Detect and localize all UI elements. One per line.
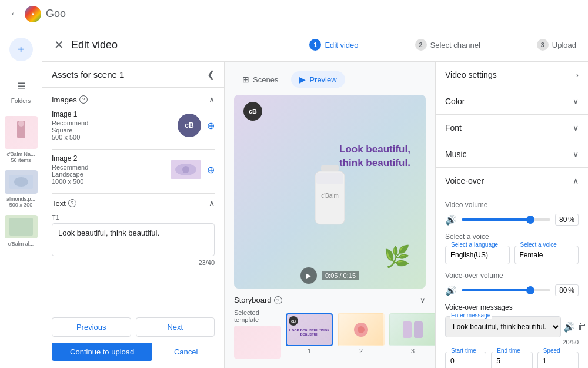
speed-wrap: Speed 1 [537, 352, 579, 368]
preview-label: Preview [309, 75, 336, 84]
image1-zoom-icon[interactable]: ⊕ [207, 120, 215, 131]
video-settings-title: Video settings [445, 70, 497, 79]
music-section-header[interactable]: Music ∨ [436, 141, 588, 167]
add-button[interactable]: + [9, 38, 33, 61]
edit-video-modal: ✕ Edit video 1 Edit video 2 Select chann… [42, 28, 588, 368]
voice-over-label: Voice-over [445, 176, 484, 185]
image2-size: 1000 x 500 [52, 178, 165, 185]
images-section-title: Images ? [52, 95, 88, 104]
font-label: Font [445, 123, 462, 132]
step2-num: 2 [415, 39, 427, 51]
svg-point-13 [358, 326, 365, 333]
modal-body: Assets for scene 1 ❮ Images ? ∧ [42, 62, 588, 368]
video-volume-slider[interactable] [462, 218, 550, 221]
storyboard-frame-3[interactable]: 3 [389, 313, 435, 354]
step1-num: 1 [309, 39, 321, 51]
asset-thumb-image-3 [5, 215, 38, 238]
video-volume-row: 🔊 80 % [445, 214, 579, 226]
asset-thumb-3[interactable]: c'Balm al... [5, 215, 38, 247]
language-select-wrap: Select a language English(US) [445, 246, 510, 264]
image1-name: Image 1 [52, 110, 172, 118]
message-input-wrap: Enter message Look beautiful, think beau… [445, 316, 579, 337]
close-icon[interactable]: ✕ [54, 38, 64, 52]
color-arrow: ∨ [573, 97, 579, 106]
step2-label: Select channel [430, 41, 480, 49]
end-time-input[interactable] [491, 352, 532, 368]
asset-thumb-image-1 [5, 116, 38, 149]
asset-thumb-image-2 [5, 170, 38, 194]
speed-select[interactable]: 1 [537, 352, 579, 368]
modal-header: ✕ Edit video 1 Edit video 2 Select chann… [42, 28, 588, 62]
scenes-tab[interactable]: ⊞ Scenes [234, 71, 286, 88]
storyboard-frame-1[interactable]: cB Look beautiful, think beautiful. 1 [286, 313, 333, 354]
music-arrow: ∨ [573, 150, 579, 159]
next-button[interactable]: Next [136, 317, 215, 337]
preview-tab[interactable]: ▶ Preview [291, 71, 345, 88]
back-arrow-icon[interactable]: ← [9, 8, 20, 20]
text-collapse-icon[interactable]: ∧ [209, 198, 215, 208]
asset-thumb-1[interactable]: c'Balm Na... 56 items [5, 116, 38, 163]
video-volume-label: Video volume [445, 201, 579, 209]
color-section: Color ∨ [436, 88, 588, 115]
voice-over-content: Video volume 🔊 80 % [436, 194, 588, 368]
scene-tabs: ⊞ Scenes ▶ Preview [234, 71, 426, 88]
voice-select[interactable]: Female [514, 246, 579, 264]
storyboard-label: Storyboard [234, 296, 272, 304]
panel-back-icon[interactable]: ❮ [207, 69, 215, 80]
scenes-icon: ⊞ [242, 75, 249, 84]
asset-library-sidebar: + ☰ Folders c'Balm Na... 56 items [0, 28, 42, 368]
message-audio-icon[interactable]: 🔊 [563, 321, 575, 333]
language-select[interactable]: English(US) [445, 246, 510, 264]
text-info-icon[interactable]: ? [68, 199, 76, 207]
image-item-2: Image 2 Recommend Landscape 1000 x 500 ⊕ [52, 154, 215, 185]
storyboard-logo-1: cB [289, 316, 298, 326]
message-delete-icon[interactable]: 🗑 [577, 321, 587, 332]
sidebar-item-asset-library[interactable]: + [7, 35, 35, 68]
image2-name: Image 2 [52, 154, 165, 163]
play-button[interactable]: ▶ [300, 267, 317, 284]
sidebar-item-folders[interactable]: ☰ Folders [8, 73, 34, 107]
font-section: Font ∨ [436, 115, 588, 141]
app-name: Goo [46, 8, 66, 20]
font-section-header[interactable]: Font ∨ [436, 115, 588, 141]
cancel-button[interactable]: Cancel [157, 343, 215, 361]
svg-point-1 [18, 121, 24, 127]
continue-to-upload-button[interactable]: Continue to upload [52, 343, 152, 361]
storyboard-thumb-2[interactable] [338, 313, 385, 346]
asset-thumb-2[interactable]: almonds.p... 500 x 300 [5, 170, 38, 208]
template-thumb [234, 326, 281, 359]
panel-title: Assets for scene 1 [52, 69, 124, 79]
panel-footer: Previous Next Continue to upload Cancel [42, 310, 224, 368]
color-section-header[interactable]: Color ∨ [436, 88, 588, 114]
storyboard-thumb-3[interactable] [389, 313, 435, 346]
voice-over-volume-slider[interactable] [462, 289, 550, 291]
voice-over-header[interactable]: Voice-over ∧ [436, 168, 588, 194]
storyboard-num-2: 2 [338, 347, 385, 354]
divider-1 [52, 149, 215, 150]
end-time-wrap: End time [491, 352, 532, 368]
asset3-name: c'Balm al... [5, 241, 38, 247]
voice-volume-icon: 🔊 [445, 285, 457, 296]
select-voice-section: Select a voice Select a language English… [445, 233, 579, 264]
video-inner: cB c'Balm [234, 95, 426, 289]
images-collapse-icon[interactable]: ∧ [209, 95, 215, 104]
storyboard-thumb-1[interactable]: cB Look beautiful, think beautiful. [286, 313, 333, 346]
previous-button[interactable]: Previous [52, 317, 131, 337]
text-section-header: Text ? ∧ [52, 198, 215, 208]
text-input[interactable]: Look beautiful, think beautiful. [52, 223, 215, 256]
video-settings-section: Video settings › [436, 62, 588, 88]
storyboard-dropdown[interactable]: ∨ [420, 296, 426, 304]
video-controls: ▶ 0:05 / 0:15 [234, 267, 426, 284]
images-info-icon[interactable]: ? [79, 95, 88, 104]
asset2-size: 500 x 300 [5, 202, 38, 208]
image2-zoom-icon[interactable]: ⊕ [207, 164, 215, 175]
voice-messages-label: Voice-over messages [445, 303, 579, 311]
start-time-input[interactable] [445, 352, 486, 368]
message-input[interactable]: Look beautiful, think beautiful. [445, 316, 561, 337]
video-settings-header[interactable]: Video settings › [436, 62, 588, 88]
text-char-count: 23/40 [52, 259, 215, 266]
step-3: 3 Upload [537, 39, 576, 51]
storyboard-info-icon[interactable]: ? [274, 296, 282, 304]
storyboard-frame-2[interactable]: 2 [338, 313, 385, 354]
step3-num: 3 [537, 39, 549, 51]
